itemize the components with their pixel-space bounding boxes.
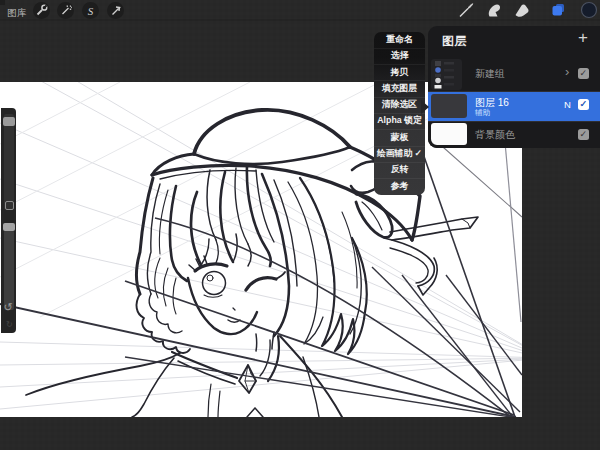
svg-text:S: S (88, 5, 94, 17)
